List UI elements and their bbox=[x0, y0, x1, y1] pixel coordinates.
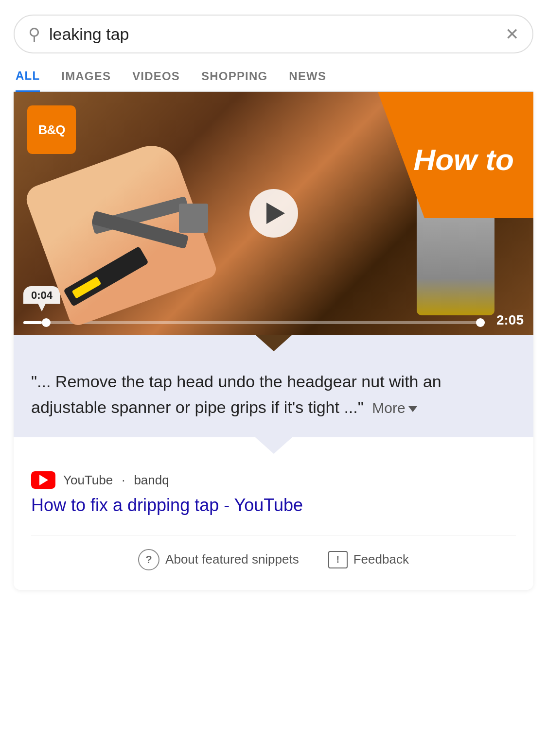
page-wrapper: ⚲ leaking tap ✕ ALL IMAGES VIDEOS SHOPPI… bbox=[0, 0, 547, 590]
tab-all[interactable]: ALL bbox=[16, 69, 40, 92]
about-snippets-label: About featured snippets bbox=[165, 552, 299, 567]
source-platform: YouTube bbox=[63, 473, 113, 488]
chevron-down-icon bbox=[408, 406, 417, 412]
youtube-play-icon bbox=[39, 475, 48, 485]
video-title-link[interactable]: How to fix a dripping tap - YouTube bbox=[31, 494, 516, 517]
feedback-button[interactable]: ! Feedback bbox=[328, 551, 409, 568]
source-dot: · bbox=[122, 473, 125, 488]
meta-arrow-container bbox=[14, 437, 533, 454]
question-mark: ? bbox=[145, 553, 152, 566]
search-bar[interactable]: ⚲ leaking tap ✕ bbox=[14, 15, 533, 53]
play-button[interactable] bbox=[249, 189, 298, 238]
video-thumbnail[interactable]: B&Q How to 0:04 2:05 bbox=[14, 92, 533, 335]
footer-actions: ? About featured snippets ! Feedback bbox=[31, 535, 516, 590]
video-duration: 2:05 bbox=[496, 312, 524, 328]
tab-shopping[interactable]: SHOPPING bbox=[201, 69, 267, 91]
search-icon: ⚲ bbox=[28, 24, 40, 44]
quote-section: "... Remove the tap head undo the headge… bbox=[14, 351, 533, 437]
tab-news[interactable]: NEWS bbox=[289, 69, 326, 91]
plier-jaw bbox=[179, 204, 208, 233]
tab-bar: ALL IMAGES VIDEOS SHOPPING NEWS bbox=[14, 69, 533, 92]
bq-logo: B&Q bbox=[27, 105, 76, 154]
search-query-text: leaking tap bbox=[49, 25, 505, 44]
feedback-label: Feedback bbox=[353, 552, 409, 567]
play-triangle-icon bbox=[266, 203, 285, 224]
clear-search-icon[interactable]: ✕ bbox=[505, 24, 519, 44]
quote-arrow-container bbox=[14, 335, 533, 351]
source-row: YouTube · bandq bbox=[31, 471, 516, 489]
question-icon: ? bbox=[138, 549, 159, 570]
tab-images[interactable]: IMAGES bbox=[61, 69, 111, 91]
more-button[interactable]: More bbox=[372, 397, 417, 420]
progress-dot bbox=[42, 318, 51, 327]
meta-arrow-shape bbox=[255, 437, 292, 454]
how-to-text: How to bbox=[413, 143, 514, 176]
feedback-icon: ! bbox=[328, 551, 348, 568]
scene-pliers bbox=[91, 179, 208, 276]
more-label: More bbox=[372, 397, 405, 420]
progress-end-dot bbox=[476, 318, 485, 327]
meta-section: YouTube · bandq How to fix a dripping ta… bbox=[14, 454, 533, 590]
source-channel: bandq bbox=[134, 473, 169, 488]
video-arrow-shape bbox=[255, 335, 292, 351]
progress-bar[interactable] bbox=[23, 321, 485, 324]
exclamation-icon: ! bbox=[336, 554, 339, 565]
youtube-icon bbox=[31, 471, 55, 489]
progress-bar-fill bbox=[23, 321, 42, 324]
about-snippets-button[interactable]: ? About featured snippets bbox=[138, 549, 299, 570]
tab-videos[interactable]: VIDEOS bbox=[132, 69, 180, 91]
video-card: B&Q How to 0:04 2:05 bbox=[14, 92, 533, 590]
